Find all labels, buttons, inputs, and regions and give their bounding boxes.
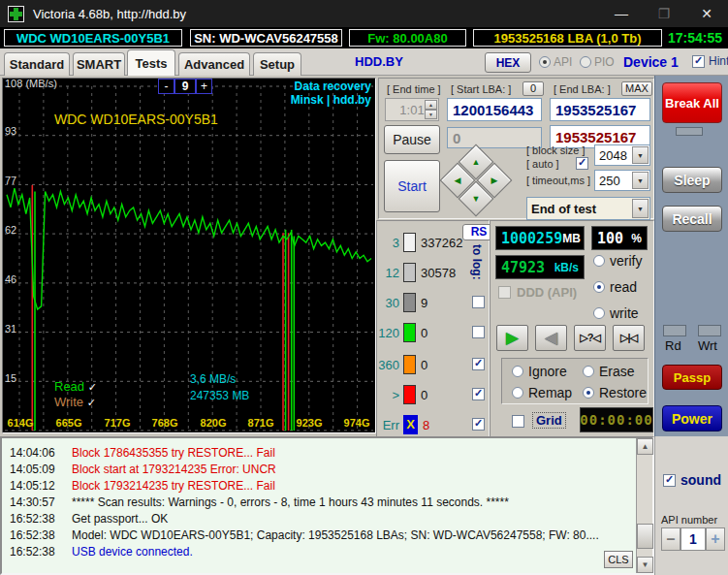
sleep-button[interactable]: Sleep bbox=[662, 167, 722, 193]
to-log-checkbox[interactable] bbox=[472, 358, 485, 370]
timeout-label: [ timeout,ms ] bbox=[526, 175, 590, 186]
device-label: Device 1 bbox=[623, 54, 679, 70]
remap-label: Remap bbox=[528, 385, 572, 400]
pio-radio-label: PIO bbox=[594, 55, 615, 69]
position-unit: MB bbox=[562, 232, 581, 245]
api-radio[interactable] bbox=[539, 56, 551, 68]
zoom-in-button[interactable]: + bbox=[196, 79, 212, 94]
tab-setup[interactable]: Setup bbox=[253, 52, 301, 76]
bucket-label: > bbox=[392, 388, 399, 402]
y-tick: 62 bbox=[5, 224, 16, 236]
tab-bar: Standard SMART Tests Advanced Setup HDD.… bbox=[0, 48, 728, 76]
bucket-color-box bbox=[403, 263, 416, 282]
write-legend-label: Write bbox=[54, 395, 83, 409]
counter-row-errors: Err X 8 bbox=[377, 415, 489, 436]
ignore-radio[interactable] bbox=[512, 366, 523, 377]
recall-button[interactable]: Recall bbox=[662, 206, 722, 232]
to-log-checkbox[interactable] bbox=[472, 388, 485, 400]
to-log-checkbox[interactable] bbox=[472, 326, 485, 338]
counter-row: 360 0 bbox=[377, 355, 489, 376]
end-time-spinner[interactable]: 1:01 ▲▼ bbox=[385, 98, 439, 121]
erase-radio[interactable] bbox=[583, 366, 594, 377]
seek-question-button[interactable]: ▷?◁ bbox=[574, 325, 606, 351]
end-action-select[interactable]: End of test bbox=[526, 197, 650, 220]
seek-question-icon: ▷?◁ bbox=[580, 332, 600, 344]
pio-radio[interactable] bbox=[580, 56, 591, 68]
api-minus-button[interactable]: – bbox=[661, 527, 681, 551]
minimize-button[interactable]: — bbox=[600, 0, 643, 27]
back-button[interactable]: ◀ bbox=[535, 325, 567, 351]
end-lba-input[interactable]: 1953525167 bbox=[550, 98, 650, 121]
end-lba-max-button[interactable]: MAX bbox=[621, 81, 652, 96]
start-lba-label: [ Start LBA: ] bbox=[451, 83, 511, 95]
rd-label: Rd bbox=[665, 338, 681, 353]
seek-edge-button[interactable]: ▷|◁ bbox=[613, 325, 645, 351]
power-button[interactable]: Power bbox=[662, 405, 722, 431]
close-button[interactable]: ✕ bbox=[685, 0, 728, 27]
start-lba-zero-button[interactable]: 0 bbox=[522, 81, 544, 96]
percent-unit: % bbox=[631, 232, 642, 245]
bucket-color-box bbox=[403, 355, 416, 374]
bucket-count: 0 bbox=[421, 388, 427, 402]
pause-button[interactable]: Pause bbox=[384, 125, 440, 154]
tab-tests[interactable]: Tests bbox=[127, 49, 175, 76]
clear-log-button[interactable]: CLS bbox=[604, 551, 633, 568]
log-scrollbar[interactable]: ▲ ▼ bbox=[636, 438, 652, 573]
ddd-checkbox[interactable] bbox=[498, 286, 511, 299]
hints-checkbox[interactable] bbox=[692, 55, 705, 68]
counter-row: 30 9 bbox=[377, 293, 489, 314]
ddd-label: DDD (API) bbox=[517, 285, 577, 300]
block-size-value: 2048 bbox=[599, 148, 627, 163]
sound-checkbox[interactable] bbox=[663, 474, 676, 487]
break-all-button[interactable]: Break All bbox=[662, 82, 722, 123]
restore-radio[interactable] bbox=[583, 387, 594, 399]
seek-edge-icon: ▷|◁ bbox=[620, 332, 637, 344]
to-log-checkbox[interactable] bbox=[472, 418, 485, 431]
device-info-bar: WDC WD10EARS-00Y5B1 SN: WD-WCAV56247558 … bbox=[0, 27, 728, 48]
tab-advanced[interactable]: Advanced bbox=[178, 52, 250, 76]
maximize-button[interactable]: ❐ bbox=[643, 0, 685, 27]
window-title: Victoria 4.68b, http://hdd.by bbox=[33, 7, 186, 21]
speed-display: 47923 kB/s bbox=[495, 255, 585, 279]
sound-label: sound bbox=[681, 472, 721, 488]
log-row: 14:04:06Block 1786435355 try RESTORE... … bbox=[2, 446, 652, 462]
brand-link[interactable]: HDD.BY bbox=[355, 54, 403, 69]
graph-watermark: Data recovery Minsk | hdd.by bbox=[291, 80, 371, 107]
end-time-value: 1:01 bbox=[399, 103, 424, 117]
busy-led bbox=[676, 127, 703, 136]
counter-row: > 0 bbox=[377, 385, 489, 406]
zoom-out-button[interactable]: - bbox=[158, 79, 174, 94]
play-button[interactable]: ▶ bbox=[496, 325, 528, 351]
x-tick: 820G bbox=[197, 417, 230, 429]
tab-standard[interactable]: Standard bbox=[4, 52, 70, 76]
scroll-thumb[interactable] bbox=[637, 524, 653, 549]
read-check-icon[interactable] bbox=[88, 381, 97, 393]
scroll-down-icon[interactable]: ▼ bbox=[637, 557, 653, 573]
end-time-label: [ End time ] bbox=[387, 83, 441, 95]
log-row: 14:05:12Block 1793214235 try RESTORE... … bbox=[2, 479, 652, 495]
spin-up-icon[interactable]: ▲ bbox=[425, 100, 437, 110]
write-check-icon[interactable] bbox=[87, 397, 96, 408]
title-bar: Victoria 4.68b, http://hdd.by — ❐ ✕ bbox=[0, 0, 728, 27]
bucket-count: 0 bbox=[421, 358, 427, 372]
api-plus-button[interactable]: + bbox=[706, 527, 725, 551]
to-log-checkbox[interactable] bbox=[472, 296, 485, 308]
verify-radio[interactable] bbox=[593, 255, 605, 267]
log-row: 16:52:38Model: WDC WD10EARS-00Y5B1; Capa… bbox=[2, 528, 652, 544]
timeout-select[interactable]: 250 bbox=[594, 170, 650, 191]
auto-checkbox[interactable] bbox=[576, 157, 588, 170]
grid-checkbox[interactable] bbox=[512, 415, 524, 428]
start-button[interactable]: Start bbox=[384, 160, 440, 212]
bucket-label: 360 bbox=[378, 358, 399, 372]
read-radio[interactable] bbox=[593, 281, 605, 293]
counter-row: 120 0 bbox=[377, 323, 489, 344]
block-size-select[interactable]: 2048 bbox=[594, 144, 650, 166]
scroll-up-icon[interactable]: ▲ bbox=[637, 438, 653, 455]
remap-radio[interactable] bbox=[512, 387, 523, 399]
write-radio[interactable] bbox=[593, 307, 605, 319]
tab-smart[interactable]: SMART bbox=[73, 52, 125, 76]
hex-button[interactable]: HEX bbox=[485, 52, 531, 73]
spin-down-icon[interactable]: ▼ bbox=[425, 110, 437, 119]
start-lba-input[interactable]: 1200156443 bbox=[447, 98, 542, 121]
passport-button[interactable]: Passp bbox=[662, 365, 722, 390]
